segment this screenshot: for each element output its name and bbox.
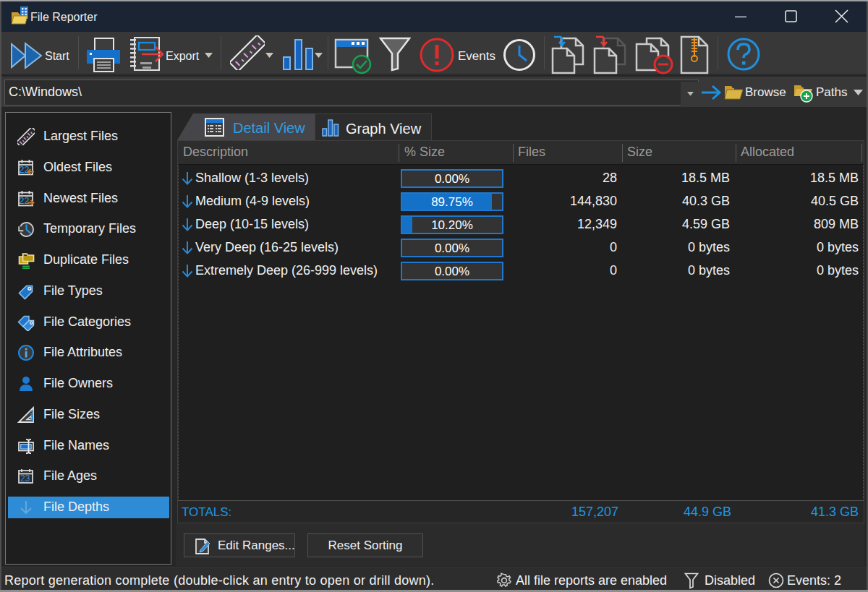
- svg-text:22: 22: [20, 196, 30, 206]
- svg-text:22: 22: [20, 165, 30, 175]
- svg-text:23: 23: [20, 473, 30, 484]
